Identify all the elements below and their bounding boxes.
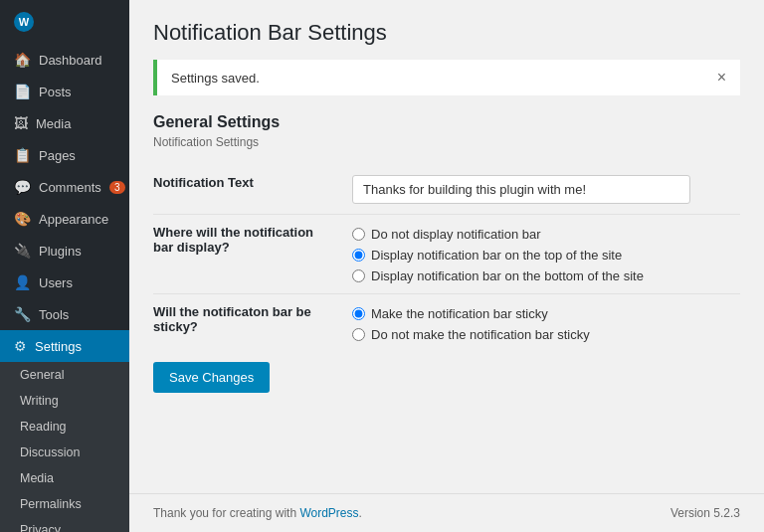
display-bottom-option[interactable]: Display notification bar on the bottom o… [352,268,740,283]
plugins-icon: 🔌 [14,243,31,259]
submenu-item-discussion[interactable]: Discussion [0,440,129,465]
section-subtitle: Notification Settings [153,135,740,149]
sidebar-item-plugins[interactable]: 🔌 Plugins [0,235,129,266]
sidebar-item-label: Dashboard [39,53,102,68]
sidebar-item-label: Settings [35,339,82,354]
comments-icon: 💬 [14,179,31,195]
page-title: Notification Bar Settings [153,20,740,46]
main-content: Notification Bar Settings Settings saved… [129,0,764,532]
sticky-label: Will the notificaton bar be sticky? [153,294,352,353]
users-icon: 👤 [14,274,31,290]
sidebar-item-label: Posts [39,85,72,99]
section-title: General Settings [153,113,740,131]
display-where-label: Where will the notification bar display? [153,215,352,294]
posts-icon: 📄 [14,84,31,99]
media-icon: 🖼 [14,115,28,131]
sticky-no-label: Do not make the notification bar sticky [371,327,590,342]
sidebar-item-label: Pages [39,148,76,163]
settings-icon: ⚙ [14,338,27,354]
sidebar-item-posts[interactable]: 📄 Posts [0,76,129,107]
display-none-radio[interactable] [352,228,365,241]
version-text: Version 5.2.3 [670,506,740,520]
display-bottom-radio[interactable] [352,269,365,282]
display-where-cell: Do not display notification bar Display … [352,215,740,294]
display-where-row: Where will the notification bar display?… [153,215,740,294]
sidebar-item-pages[interactable]: 📋 Pages [0,139,129,171]
notification-text-input[interactable] [352,175,690,204]
page-footer: Thank you for creating with WordPress. V… [129,493,764,532]
display-where-radio-group: Do not display notification bar Display … [352,227,740,283]
save-changes-button[interactable]: Save Changes [153,362,270,393]
settings-submenu: General Writing Reading Discussion Media… [0,362,129,532]
sidebar-logo: W [0,0,129,44]
success-notice: Settings saved. × [153,60,740,95]
sticky-no-radio[interactable] [352,328,365,341]
footer-text-before: Thank you for creating with [153,506,299,520]
settings-table: Notification Text Where will the notific… [153,165,740,352]
submenu-item-writing[interactable]: Writing [0,388,129,414]
sticky-yes-option[interactable]: Make the notification bar sticky [352,306,740,321]
sidebar-item-tools[interactable]: 🔧 Tools [0,298,129,330]
submenu-item-general[interactable]: General [0,362,129,388]
sticky-yes-label: Make the notification bar sticky [371,306,548,321]
submenu-item-media[interactable]: Media [0,465,129,491]
tools-icon: 🔧 [14,306,31,322]
display-top-radio[interactable] [352,249,365,262]
sidebar-item-label: Appearance [39,212,108,227]
submenu-item-privacy[interactable]: Privacy [0,517,129,532]
wordpress-link[interactable]: WordPress [299,506,358,520]
display-top-label: Display notification bar on the top of t… [371,248,622,263]
sticky-yes-radio[interactable] [352,307,365,320]
sidebar-item-users[interactable]: 👤 Users [0,266,129,298]
display-none-label: Do not display notification bar [371,227,541,242]
sticky-cell: Make the notification bar sticky Do not … [352,294,740,353]
submenu-item-reading[interactable]: Reading [0,414,129,440]
sidebar-item-label: Media [36,116,71,131]
notice-close-button[interactable]: × [717,70,726,86]
sticky-radio-group: Make the notification bar sticky Do not … [352,306,740,342]
sidebar-item-settings[interactable]: ⚙ Settings [0,330,129,362]
content-area: Notification Bar Settings Settings saved… [129,0,764,493]
sidebar-item-media[interactable]: 🖼 Media [0,107,129,139]
footer-text-after: . [359,506,362,520]
pages-icon: 📋 [14,147,31,163]
wordpress-icon: W [14,12,34,32]
sidebar-item-comments[interactable]: 💬 Comments 3 [0,171,129,203]
sidebar-item-label: Plugins [39,244,82,259]
sticky-row: Will the notificaton bar be sticky? Make… [153,294,740,353]
sidebar-item-label: Comments [39,180,101,195]
display-bottom-label: Display notification bar on the bottom o… [371,268,644,283]
notification-text-label: Notification Text [153,165,352,215]
sidebar-item-dashboard[interactable]: 🏠 Dashboard [0,44,129,76]
sidebar-item-label: Tools [39,307,69,322]
sidebar-item-appearance[interactable]: 🎨 Appearance [0,203,129,235]
appearance-icon: 🎨 [14,211,31,227]
sidebar: W 🏠 Dashboard 📄 Posts 🖼 Media 📋 Pages 💬 … [0,0,129,532]
display-top-option[interactable]: Display notification bar on the top of t… [352,248,740,263]
sidebar-item-label: Users [39,275,73,290]
submenu-item-permalinks[interactable]: Permalinks [0,491,129,517]
notification-text-cell [352,165,740,215]
notice-text: Settings saved. [171,71,260,86]
sticky-no-option[interactable]: Do not make the notification bar sticky [352,327,740,342]
dashboard-icon: 🏠 [14,52,31,68]
comments-badge: 3 [109,181,125,194]
footer-text: Thank you for creating with WordPress. [153,506,362,520]
notification-text-row: Notification Text [153,165,740,215]
display-none-option[interactable]: Do not display notification bar [352,227,740,242]
